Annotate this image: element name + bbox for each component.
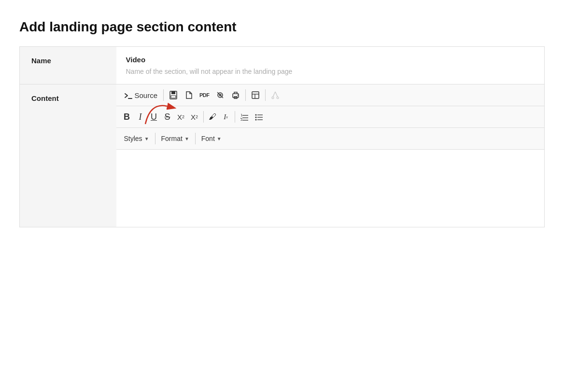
subscript-button[interactable]: X2 <box>174 109 188 125</box>
source-icon <box>124 90 133 100</box>
font-dropdown[interactable]: Font ▼ <box>197 131 226 146</box>
svg-line-10 <box>273 92 275 97</box>
svg-point-13 <box>277 97 279 99</box>
numbered-list-button[interactable]: 1 2 <box>237 109 252 125</box>
svg-point-6 <box>237 95 238 96</box>
svg-line-11 <box>275 92 278 97</box>
source-button[interactable]: Source <box>120 87 162 103</box>
format-arrow: ▼ <box>184 136 189 141</box>
name-value: Video <box>116 47 545 68</box>
print-button[interactable] <box>228 87 243 103</box>
separator-6 <box>155 133 155 144</box>
separator-7 <box>195 133 196 144</box>
bold-button[interactable]: B <box>120 109 134 125</box>
font-label: Font <box>201 135 215 142</box>
svg-rect-1 <box>171 91 175 94</box>
page-title: Add landing page section content <box>19 19 545 35</box>
format-label: Format <box>161 135 183 142</box>
editor-container: Source <box>116 84 545 227</box>
separator-2 <box>245 89 246 101</box>
templates-button[interactable] <box>248 87 263 103</box>
underline-button[interactable]: U <box>147 109 161 125</box>
toolbar-row2: B I U S X2 X2 🖌 Ix 1 <box>116 106 545 128</box>
bullet-list-button[interactable] <box>252 109 266 125</box>
form-table: Name Video Name of the section, will not… <box>19 46 545 227</box>
svg-point-22 <box>255 117 256 118</box>
pdf-button[interactable]: PDF <box>197 87 212 103</box>
print-preview-button[interactable] <box>212 87 228 103</box>
svg-text:2: 2 <box>240 118 242 121</box>
name-row: Name Video Name of the section, will not… <box>20 47 545 84</box>
svg-point-12 <box>272 97 274 99</box>
separator-3 <box>265 89 266 101</box>
styles-arrow: ▼ <box>144 136 149 141</box>
format-painter-button[interactable]: 🖌 <box>206 109 219 125</box>
name-value-cell: Video Name of the section, will not appe… <box>116 47 545 84</box>
svg-rect-5 <box>233 94 239 98</box>
new-doc-button[interactable] <box>181 87 197 103</box>
styles-dropdown[interactable]: Styles ▼ <box>120 131 153 146</box>
toolbar-row3: Styles ▼ Format ▼ Font ▼ <box>116 128 545 150</box>
strikethrough-button[interactable]: S <box>161 109 174 125</box>
name-hint: Name of the section, will not appear in … <box>116 68 545 84</box>
separator-4 <box>203 111 204 123</box>
styles-label: Styles <box>124 135 142 142</box>
editor-body[interactable] <box>116 150 545 227</box>
save-button[interactable] <box>166 87 181 103</box>
content-row: Content Source <box>20 84 545 227</box>
separator-1 <box>163 89 164 101</box>
name-label: Name <box>20 47 116 84</box>
font-arrow: ▼ <box>217 136 222 141</box>
cut-button[interactable] <box>268 87 283 103</box>
svg-text:1: 1 <box>240 113 242 117</box>
toolbar-row1: Source <box>116 84 545 106</box>
clear-format-button[interactable]: Ix <box>219 109 233 125</box>
svg-rect-2 <box>171 96 176 98</box>
format-dropdown[interactable]: Format ▼ <box>157 131 193 146</box>
svg-rect-7 <box>252 92 259 98</box>
superscript-button[interactable]: X2 <box>188 109 201 125</box>
source-label: Source <box>135 91 158 99</box>
italic-button[interactable]: I <box>134 109 147 125</box>
editor-cell: Source <box>116 84 545 227</box>
svg-point-23 <box>255 119 256 121</box>
svg-point-21 <box>255 114 256 116</box>
content-label: Content <box>20 84 116 227</box>
separator-5 <box>235 111 235 123</box>
